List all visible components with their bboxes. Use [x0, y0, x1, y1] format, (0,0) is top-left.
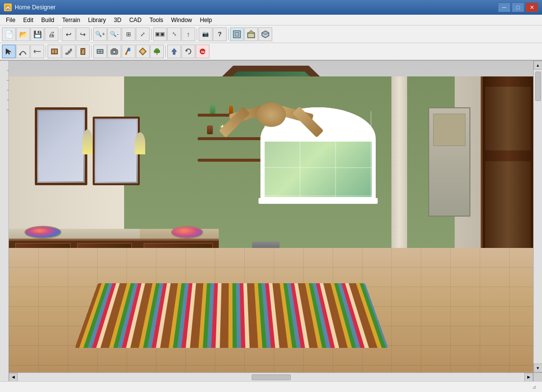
svg-point-24 [125, 53, 127, 55]
mirror-left-surface [39, 111, 83, 181]
menu-file[interactable]: File [2, 16, 19, 24]
svg-point-29 [154, 50, 157, 53]
scroll-thumb-vertical[interactable] [535, 72, 541, 101]
shower-fixture [428, 107, 470, 217]
zoom-fit-button[interactable]: ⊞ [122, 27, 135, 41]
scroll-right-button[interactable]: ▶ [524, 373, 533, 382]
window-tool-button[interactable] [93, 45, 107, 58]
mirror-left [35, 107, 87, 185]
cabinet-tool-button[interactable] [48, 45, 61, 58]
status-bar: ⊿ [0, 381, 542, 392]
svg-marker-6 [6, 49, 11, 54]
menu-bar: File Edit Build Terrain Library 3D CAD T… [0, 15, 542, 25]
window-sill [258, 198, 378, 204]
floor-plan-button[interactable] [230, 27, 244, 41]
sink-basin-right [171, 226, 203, 238]
svg-point-21 [113, 50, 116, 53]
sink-bowl-right [172, 227, 202, 237]
move-tool-button[interactable] [30, 45, 44, 58]
area-rug [75, 283, 388, 348]
record-button[interactable]: REC [196, 45, 209, 58]
move-button[interactable]: ⤡ [167, 27, 181, 41]
arrow-tool-button[interactable]: ↑ [181, 27, 195, 41]
svg-marker-32 [172, 49, 177, 54]
scroll-track-vertical[interactable] [534, 70, 542, 364]
print-button[interactable]: 🖨 [45, 27, 58, 41]
toolbar-2: REC [0, 43, 542, 61]
fill-window-button[interactable]: ⤢ [136, 27, 150, 41]
open-button[interactable]: 📂 [16, 27, 30, 41]
scroll-down-button[interactable]: ▼ [534, 364, 542, 372]
svg-point-7 [19, 53, 21, 55]
menu-library[interactable]: Library [84, 16, 110, 24]
canvas-area[interactable]: ✦ [9, 61, 542, 381]
material-button[interactable] [136, 45, 150, 58]
select-all-button[interactable]: ▣▣ [153, 27, 167, 41]
maximize-button[interactable]: □ [512, 2, 524, 12]
zoom-in-button[interactable]: 🔍+ [93, 27, 107, 41]
mirror-right [93, 117, 140, 185]
stairs-tool-button[interactable] [62, 45, 76, 58]
scene-camera-button[interactable] [107, 45, 121, 58]
arc-button[interactable] [16, 45, 30, 58]
svg-rect-14 [68, 51, 70, 53]
menu-tools[interactable]: Tools [146, 16, 167, 24]
minimize-button[interactable]: ─ [498, 2, 511, 12]
svg-point-30 [157, 50, 160, 53]
viewport[interactable]: ✦ [9, 61, 533, 372]
svg-rect-13 [66, 53, 68, 54]
new-button[interactable]: 📄 [2, 27, 16, 41]
elevation-button[interactable] [244, 27, 258, 41]
undo-button[interactable]: ↩ [62, 27, 76, 41]
menu-cad[interactable]: CAD [125, 16, 145, 24]
shower-head [433, 114, 465, 146]
zoom-out-button[interactable]: 🔍- [107, 27, 121, 41]
sconce-left [82, 129, 93, 154]
menu-window[interactable]: Window [167, 16, 196, 24]
scroll-track-horizontal[interactable] [18, 373, 524, 381]
menu-build[interactable]: Build [37, 16, 58, 24]
3d-view-button[interactable] [258, 27, 272, 41]
redo-button[interactable]: ↪ [76, 27, 90, 41]
svg-rect-1 [235, 32, 239, 36]
main-area: ✦ [0, 61, 542, 381]
svg-marker-22 [112, 49, 116, 50]
resize-grip[interactable]: ⊿ [530, 383, 538, 391]
shelf-item-clock [207, 125, 213, 134]
scroll-left-button[interactable]: ◀ [9, 373, 18, 382]
window-title: Home Designer [15, 4, 498, 11]
svg-rect-25 [128, 48, 130, 51]
select-arrow-button[interactable] [2, 45, 16, 58]
horizontal-scrollbar[interactable]: ◀ ▶ [9, 372, 533, 381]
menu-terrain[interactable]: Terrain [58, 16, 84, 24]
mirror-right-surface [96, 120, 136, 182]
door-tool-button[interactable] [76, 45, 90, 58]
help-button[interactable]: ? [213, 27, 227, 41]
menu-help[interactable]: Help [196, 16, 216, 24]
vertical-scrollbar[interactable]: ▲ ▼ [533, 61, 542, 372]
scroll-thumb-horizontal[interactable] [252, 374, 291, 380]
title-bar: 🏠 Home Designer ─ □ ✕ [0, 0, 542, 15]
scroll-up-button[interactable]: ▲ [534, 61, 542, 70]
window-controls: ─ □ ✕ [498, 2, 538, 12]
save-button[interactable]: 💾 [30, 27, 44, 41]
menu-edit[interactable]: Edit [19, 16, 37, 24]
toolbar-1: 📄 📂 💾 🖨 ↩ ↪ 🔍+ 🔍- ⊞ ⤢ ▣▣ ⤡ ↑ 📷 ? [0, 25, 542, 43]
arrow-up-button[interactable] [167, 45, 181, 58]
sink-basin-left [25, 226, 61, 238]
svg-text:REC: REC [201, 50, 206, 53]
app-icon: 🏠 [4, 3, 12, 11]
sconce-right [135, 132, 145, 154]
plant-tool-button[interactable] [150, 45, 164, 58]
sink-bowl-left [26, 227, 60, 237]
rotate-button[interactable] [181, 45, 195, 58]
shelf-item-vase-1 [210, 104, 215, 114]
fan-base [257, 102, 286, 127]
close-button[interactable]: ✕ [525, 2, 538, 12]
ceiling-fan [227, 102, 315, 142]
scrollbar-corner [533, 372, 542, 381]
menu-3d[interactable]: 3D [110, 16, 125, 24]
paint-brush-button[interactable] [122, 45, 135, 58]
door-panel-top [485, 87, 531, 150]
camera-3d-button[interactable]: 📷 [199, 27, 212, 41]
